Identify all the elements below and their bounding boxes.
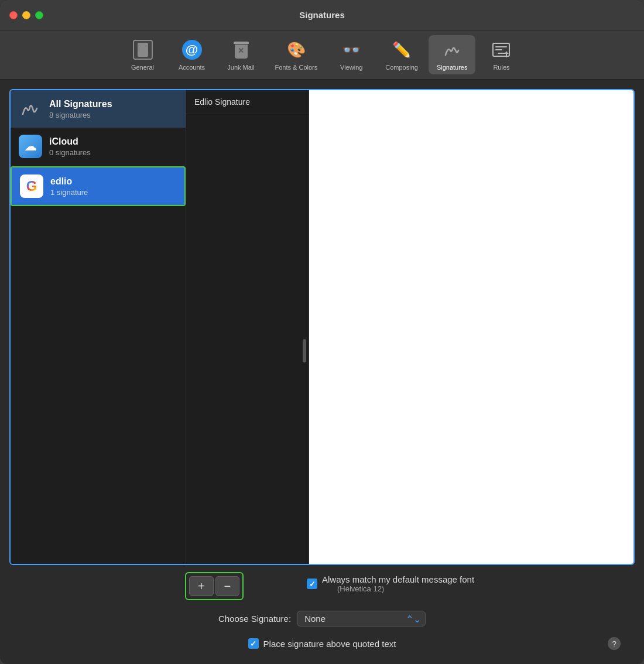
edlio-wrapper: G edlio 1 signature xyxy=(11,166,186,206)
all-signatures-name: All Signatures xyxy=(49,99,112,109)
toolbar-item-signatures[interactable]: Signatures xyxy=(429,35,476,74)
toolbar-label-accounts: Accounts xyxy=(179,64,205,71)
place-sig-label: Place signature above quoted text xyxy=(263,639,396,649)
account-item-icloud[interactable]: ☁ iCloud 0 signatures xyxy=(11,128,186,165)
help-icon: ? xyxy=(608,637,621,650)
account-item-edlio[interactable]: G edlio 1 signature xyxy=(12,167,184,205)
edlio-count: 1 signature xyxy=(50,188,88,197)
signatures-header: Edlio Signature xyxy=(186,90,309,114)
main-content: All Signatures 8 signatures ☁ iCloud 0 s… xyxy=(0,80,644,664)
toolbar-item-rules[interactable]: Rules xyxy=(478,35,525,74)
fonts-colors-icon: 🎨 xyxy=(285,39,307,61)
toolbar-item-composing[interactable]: ✏️ Composing xyxy=(377,35,426,74)
signatures-icon xyxy=(441,39,463,61)
general-icon xyxy=(132,39,154,61)
maximize-button[interactable] xyxy=(35,11,43,19)
toolbar-item-fonts-colors[interactable]: 🎨 Fonts & Colors xyxy=(267,35,326,74)
font-info: Always match my default message font (He… xyxy=(322,574,474,593)
toolbar-label-junk-mail: Junk Mail xyxy=(227,64,254,71)
titlebar: Signatures xyxy=(0,0,644,30)
composing-icon: ✏️ xyxy=(390,39,413,61)
window-title: Signatures xyxy=(299,10,345,20)
place-sig-checkbox[interactable] xyxy=(248,638,259,649)
signatures-panel: Edlio Signature xyxy=(186,90,309,564)
account-item-all-signatures[interactable]: All Signatures 8 signatures xyxy=(11,90,186,128)
add-remove-container: + − xyxy=(185,572,244,600)
toolbar-item-viewing[interactable]: 👓 Viewing xyxy=(328,35,375,74)
minimize-button[interactable] xyxy=(22,11,30,19)
all-signatures-count: 8 signatures xyxy=(49,111,112,119)
font-checkbox-row: Always match my default message font (He… xyxy=(307,574,635,593)
toolbar-label-viewing: Viewing xyxy=(340,64,362,71)
icloud-info: iCloud 0 signatures xyxy=(49,136,91,157)
toolbar-label-composing: Composing xyxy=(385,64,418,71)
help-button[interactable]: ? xyxy=(608,637,628,650)
icloud-name: iCloud xyxy=(49,136,91,147)
bottom-row: + − Always match my default message font… xyxy=(9,572,635,600)
choose-sig-dropdown[interactable]: None xyxy=(297,611,426,627)
google-icon: G xyxy=(20,174,43,198)
preview-panel xyxy=(309,90,633,564)
toolbar-item-accounts[interactable]: @ Accounts xyxy=(169,35,215,74)
toolbar: General @ Accounts ✕ Junk Mail 🎨 Fonts &… xyxy=(0,30,644,80)
font-match-checkbox[interactable] xyxy=(307,579,317,589)
close-button[interactable] xyxy=(9,11,18,19)
toolbar-label-fonts-colors: Fonts & Colors xyxy=(275,64,318,71)
toolbar-label-rules: Rules xyxy=(493,64,509,71)
font-match-label: Always match my default message font xyxy=(322,574,474,584)
accounts-icon: @ xyxy=(181,39,203,61)
all-signatures-icon xyxy=(19,97,42,121)
font-sub-label: (Helvetica 12) xyxy=(322,584,474,593)
icloud-count: 0 signatures xyxy=(49,148,91,157)
dropdown-wrapper: None ⌃⌄ xyxy=(297,611,426,627)
main-window: Signatures General @ Accounts ✕ Ju xyxy=(0,0,644,664)
edlio-name: edlio xyxy=(50,176,88,187)
viewing-icon: 👓 xyxy=(340,39,362,61)
junk-mail-icon: ✕ xyxy=(230,39,252,61)
choose-sig-label: Choose Signature: xyxy=(218,614,291,624)
panels-container: All Signatures 8 signatures ☁ iCloud 0 s… xyxy=(9,89,635,565)
font-area: Always match my default message font (He… xyxy=(307,572,635,593)
remove-signature-button[interactable]: − xyxy=(215,576,240,596)
accounts-panel: All Signatures 8 signatures ☁ iCloud 0 s… xyxy=(11,90,186,564)
toolbar-label-general: General xyxy=(131,64,154,71)
icloud-icon: ☁ xyxy=(19,135,42,158)
signatures-scroll[interactable] xyxy=(186,114,309,564)
edlio-info: edlio 1 signature xyxy=(50,176,88,197)
place-sig-row: Place signature above quoted text ? xyxy=(9,637,635,655)
toolbar-label-signatures: Signatures xyxy=(437,64,468,71)
traffic-lights xyxy=(9,11,43,19)
choose-sig-row: Choose Signature: None ⌃⌄ xyxy=(9,607,635,630)
add-signature-button[interactable]: + xyxy=(189,576,214,596)
toolbar-item-junk-mail[interactable]: ✕ Junk Mail xyxy=(218,35,265,74)
toolbar-item-general[interactable]: General xyxy=(119,35,166,74)
scrollbar-indicator xyxy=(303,339,306,362)
all-signatures-info: All Signatures 8 signatures xyxy=(49,99,112,119)
rules-icon xyxy=(490,39,512,61)
